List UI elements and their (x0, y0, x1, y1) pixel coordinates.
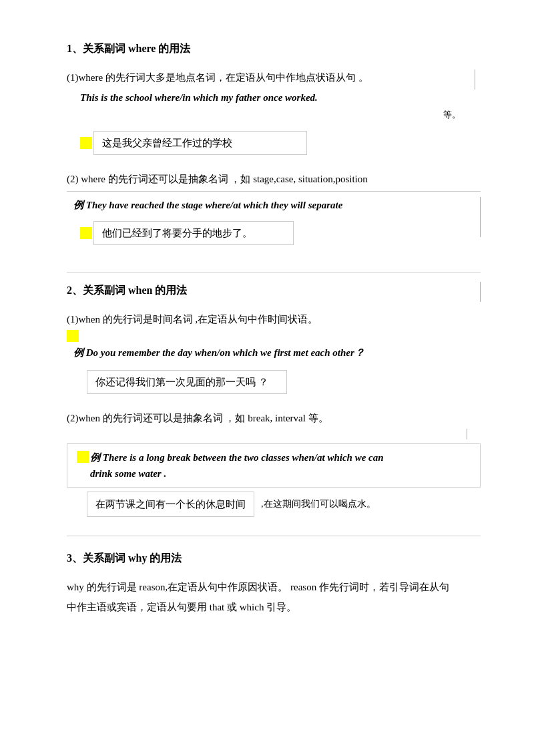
example-2-2-en-line2: drink some water . (90, 465, 384, 482)
divider-1 (67, 272, 481, 272)
divider-2 (67, 536, 481, 536)
yellow-marker-2-1 (67, 330, 79, 342)
subsection-1-1: (1)where 的先行词大多是地点名词，在定语从句中作地点状语从句 。 Thi… (67, 69, 481, 161)
section-2: 2、关系副词 when 的用法 (1)when 的先行词是时间名词 ,在定语从句… (67, 282, 481, 517)
subsection-2-1: (1)when 的先行词是时间名词 ,在定语从句中作时间状语。 例 Do you… (67, 311, 481, 399)
translation-1-2: 他们已经到了将要分手的地步了。 (102, 228, 252, 238)
subsection-1-1-label: (1)where 的先行词大多是地点名词，在定语从句中作地点状语从句 。 (67, 69, 469, 85)
note-right-1-1: 等。 (443, 108, 461, 122)
yellow-marker-2-2 (77, 451, 89, 463)
subsection-2-2: (2)when 的先行词还可以是抽象名词 ，如 break, interval … (67, 410, 481, 517)
translation-2-1: 你还记得我们第一次见面的那一天吗 ？ (95, 377, 268, 387)
subsection-1-2: (2) where 的先行词还可以是抽象名词 ，如 stage,case, si… (67, 171, 481, 253)
section-3-title: 3、关系副词 why 的用法 (67, 550, 481, 567)
example-2-2-en-line1: 例 There is a long break between the two … (90, 449, 384, 465)
section-1-title: 1、关系副词 where 的用法 (67, 40, 481, 57)
subsection-1-2-label: (2) where 的先行词还可以是抽象名词 ，如 stage,case, si… (67, 171, 481, 187)
section-1: 1、关系副词 where 的用法 (1)where 的先行词大多是地点名词，在定… (67, 40, 481, 253)
example-1-2-en: 例 They have reached the stage where/at w… (73, 197, 473, 213)
yellow-marker-1-2 (80, 227, 92, 239)
yellow-marker-1-1 (80, 137, 92, 149)
translation-2-2-suffix: ,在这期间我们可以喝点水。 (261, 497, 376, 512)
section-3-desc1: why 的先行词是 reason,在定语从句中作原因状语。 reason 作先行… (67, 579, 481, 595)
translation-2-2-prefix: 在两节课之间有一个长的休息时间 (95, 499, 246, 510)
translation-1-1: 这是我父亲曾经工作过的学校 (102, 138, 232, 148)
subsection-2-1-label: (1)when 的先行词是时间名词 ,在定语从句中作时间状语。 (67, 311, 481, 327)
section-3: 3、关系副词 why 的用法 why 的先行词是 reason,在定语从句中作原… (67, 550, 481, 615)
section-2-title: 2、关系副词 when 的用法 (67, 282, 187, 299)
example-1-1-en: This is the school where/in which my fat… (80, 89, 481, 106)
subsection-2-2-label: (2)when 的先行词还可以是抽象名词 ，如 break, interval … (67, 410, 481, 426)
example-2-1-en: 例 Do you remember the day when/on which … (73, 345, 481, 361)
section-3-desc2: 中作主语或宾语，定语从句要用 that 或 which 引导。 (67, 599, 481, 615)
